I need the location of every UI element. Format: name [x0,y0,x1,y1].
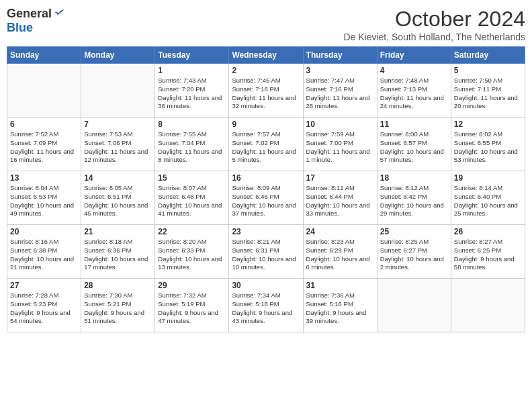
day-of-week-header: Friday [377,47,451,64]
day-number: 7 [84,120,152,129]
calendar-day-cell: 2Sunrise: 7:45 AM Sunset: 7:18 PM Daylig… [229,64,303,118]
calendar-day-cell: 27Sunrise: 7:28 AM Sunset: 5:23 PM Dayli… [7,279,81,332]
day-number: 18 [380,173,448,183]
day-sun-data: Sunrise: 8:05 AM Sunset: 6:51 PM Dayligh… [84,184,152,218]
day-number: 13 [10,173,78,183]
calendar-day-cell: 19Sunrise: 8:14 AM Sunset: 6:40 PM Dayli… [451,171,525,225]
day-sun-data: Sunrise: 8:11 AM Sunset: 6:44 PM Dayligh… [306,184,374,218]
day-number: 26 [454,227,522,236]
day-sun-data: Sunrise: 8:16 AM Sunset: 6:38 PM Dayligh… [10,238,78,272]
day-number: 31 [306,281,374,290]
calendar-day-cell: 15Sunrise: 8:07 AM Sunset: 6:48 PM Dayli… [155,171,229,225]
day-sun-data: Sunrise: 7:36 AM Sunset: 5:16 PM Dayligh… [306,291,374,326]
logo-blue-text: Blue [7,21,33,35]
day-number: 27 [10,281,78,290]
day-sun-data: Sunrise: 7:32 AM Sunset: 5:19 PM Dayligh… [158,291,226,326]
calendar-day-cell [81,64,155,118]
calendar-day-cell: 25Sunrise: 8:25 AM Sunset: 6:27 PM Dayli… [377,225,451,279]
calendar-week-row: 13Sunrise: 8:04 AM Sunset: 6:53 PM Dayli… [7,171,525,225]
day-number: 29 [158,281,226,290]
calendar-day-cell: 20Sunrise: 8:16 AM Sunset: 6:38 PM Dayli… [7,225,81,279]
day-of-week-header: Saturday [451,47,525,64]
day-number: 17 [306,173,374,183]
day-number: 14 [84,173,152,183]
calendar-day-cell [7,64,81,118]
day-number: 6 [10,120,78,129]
day-number: 4 [380,66,448,75]
calendar-header-row: SundayMondayTuesdayWednesdayThursdayFrid… [7,47,525,64]
calendar-day-cell: 5Sunrise: 7:50 AM Sunset: 7:11 PM Daylig… [451,64,525,118]
day-sun-data: Sunrise: 7:53 AM Sunset: 7:06 PM Dayligh… [84,130,152,165]
day-number: 5 [454,66,522,75]
day-of-week-header: Tuesday [155,47,229,64]
day-sun-data: Sunrise: 7:45 AM Sunset: 7:18 PM Dayligh… [232,77,300,111]
day-number: 30 [232,281,300,290]
day-number: 2 [232,66,300,75]
day-sun-data: Sunrise: 8:20 AM Sunset: 6:33 PM Dayligh… [158,238,226,272]
logo-bird-icon [53,7,66,21]
day-number: 22 [158,227,226,236]
calendar-day-cell: 30Sunrise: 7:34 AM Sunset: 5:18 PM Dayli… [229,279,303,332]
day-of-week-header: Monday [81,47,155,64]
calendar-day-cell [451,279,525,332]
day-sun-data: Sunrise: 8:09 AM Sunset: 6:46 PM Dayligh… [232,184,300,218]
calendar-week-row: 1Sunrise: 7:43 AM Sunset: 7:20 PM Daylig… [7,64,525,118]
day-number: 15 [158,173,226,183]
day-sun-data: Sunrise: 7:55 AM Sunset: 7:04 PM Dayligh… [158,130,226,165]
day-sun-data: Sunrise: 7:52 AM Sunset: 7:09 PM Dayligh… [10,130,78,165]
day-sun-data: Sunrise: 7:59 AM Sunset: 7:00 PM Dayligh… [306,130,374,165]
day-number: 1 [158,66,226,75]
day-sun-data: Sunrise: 7:43 AM Sunset: 7:20 PM Dayligh… [158,77,226,111]
day-sun-data: Sunrise: 8:14 AM Sunset: 6:40 PM Dayligh… [454,184,522,218]
calendar-day-cell: 13Sunrise: 8:04 AM Sunset: 6:53 PM Dayli… [7,171,81,225]
day-number: 20 [10,227,78,236]
day-number: 28 [84,281,152,290]
day-number: 12 [454,120,522,129]
calendar-day-cell: 22Sunrise: 8:20 AM Sunset: 6:33 PM Dayli… [155,225,229,279]
logo: General Blue [7,7,66,35]
title-section: October 2024 De Kieviet, South Holland, … [343,7,525,42]
day-number: 11 [380,120,448,129]
day-sun-data: Sunrise: 8:21 AM Sunset: 6:31 PM Dayligh… [232,238,300,272]
day-sun-data: Sunrise: 8:12 AM Sunset: 6:42 PM Dayligh… [380,184,448,218]
day-number: 21 [84,227,152,236]
day-sun-data: Sunrise: 8:23 AM Sunset: 6:29 PM Dayligh… [306,238,374,272]
calendar-week-row: 20Sunrise: 8:16 AM Sunset: 6:38 PM Dayli… [7,225,525,279]
calendar-day-cell: 9Sunrise: 7:57 AM Sunset: 7:02 PM Daylig… [229,118,303,171]
calendar-day-cell: 16Sunrise: 8:09 AM Sunset: 6:46 PM Dayli… [229,171,303,225]
calendar-day-cell: 14Sunrise: 8:05 AM Sunset: 6:51 PM Dayli… [81,171,155,225]
calendar-day-cell: 6Sunrise: 7:52 AM Sunset: 7:09 PM Daylig… [7,118,81,171]
day-sun-data: Sunrise: 7:30 AM Sunset: 5:21 PM Dayligh… [84,291,152,326]
day-sun-data: Sunrise: 8:27 AM Sunset: 6:25 PM Dayligh… [454,238,522,272]
day-number: 23 [232,227,300,236]
day-number: 19 [454,173,522,183]
calendar-day-cell: 24Sunrise: 8:23 AM Sunset: 6:29 PM Dayli… [303,225,377,279]
day-of-week-header: Thursday [303,47,377,64]
calendar-day-cell: 28Sunrise: 7:30 AM Sunset: 5:21 PM Dayli… [81,279,155,332]
day-sun-data: Sunrise: 8:18 AM Sunset: 6:36 PM Dayligh… [84,238,152,272]
day-number: 24 [306,227,374,236]
calendar-week-row: 6Sunrise: 7:52 AM Sunset: 7:09 PM Daylig… [7,118,525,171]
day-sun-data: Sunrise: 8:25 AM Sunset: 6:27 PM Dayligh… [380,238,448,272]
calendar-day-cell: 18Sunrise: 8:12 AM Sunset: 6:42 PM Dayli… [377,171,451,225]
calendar-day-cell: 8Sunrise: 7:55 AM Sunset: 7:04 PM Daylig… [155,118,229,171]
day-sun-data: Sunrise: 8:04 AM Sunset: 6:53 PM Dayligh… [10,184,78,218]
day-number: 16 [232,173,300,183]
location-text: De Kieviet, South Holland, The Netherlan… [343,32,525,42]
calendar-day-cell: 7Sunrise: 7:53 AM Sunset: 7:06 PM Daylig… [81,118,155,171]
calendar-day-cell: 31Sunrise: 7:36 AM Sunset: 5:16 PM Dayli… [303,279,377,332]
day-sun-data: Sunrise: 7:28 AM Sunset: 5:23 PM Dayligh… [10,291,78,326]
calendar-day-cell [377,279,451,332]
day-sun-data: Sunrise: 7:50 AM Sunset: 7:11 PM Dayligh… [454,77,522,111]
calendar-day-cell: 26Sunrise: 8:27 AM Sunset: 6:25 PM Dayli… [451,225,525,279]
day-number: 3 [306,66,374,75]
day-sun-data: Sunrise: 7:57 AM Sunset: 7:02 PM Dayligh… [232,130,300,165]
day-of-week-header: Sunday [7,47,81,64]
calendar-table: SundayMondayTuesdayWednesdayThursdayFrid… [7,46,525,332]
calendar-day-cell: 21Sunrise: 8:18 AM Sunset: 6:36 PM Dayli… [81,225,155,279]
calendar-day-cell: 10Sunrise: 7:59 AM Sunset: 7:00 PM Dayli… [303,118,377,171]
day-number: 10 [306,120,374,129]
calendar-day-cell: 12Sunrise: 8:02 AM Sunset: 6:55 PM Dayli… [451,118,525,171]
page-header: General Blue October 2024 De Kieviet, So… [7,7,525,42]
day-of-week-header: Wednesday [229,47,303,64]
